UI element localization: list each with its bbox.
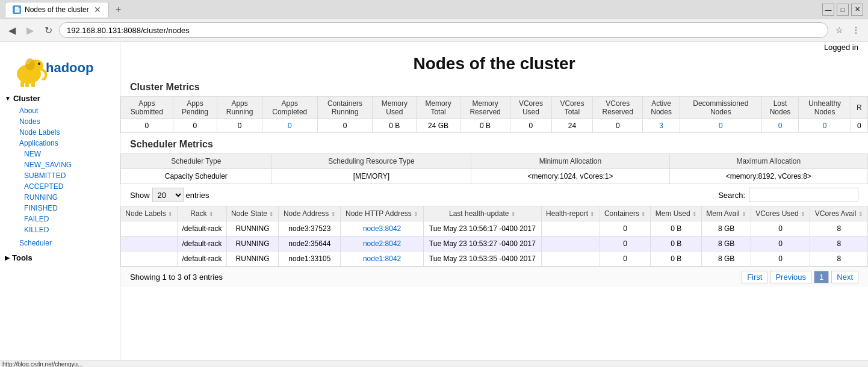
decommissioned-nodes-link[interactable]: 0 bbox=[719, 122, 723, 130]
col-rack[interactable]: Rack ⇕ bbox=[178, 206, 226, 221]
main-content: Logged in Nodes of the cluster Cluster M… bbox=[120, 42, 868, 360]
browser-chrome: 📄 Nodes of the cluster ✕ + — □ ✕ ◀ ▶ ↻ ☆… bbox=[0, 0, 868, 42]
show-label: Show bbox=[130, 191, 150, 200]
tools-label: Tools bbox=[12, 253, 33, 262]
cell-last-update: Tue May 23 10:56:17 -0400 2017 bbox=[424, 221, 542, 236]
sidebar-item-scheduler[interactable]: Scheduler bbox=[5, 238, 120, 248]
cell-containers: 0 bbox=[600, 221, 651, 236]
maximize-button[interactable]: □ bbox=[837, 4, 849, 16]
col-node-labels[interactable]: Node Labels ⇕ bbox=[121, 206, 178, 221]
first-page-btn[interactable]: First bbox=[742, 271, 767, 283]
cell-mem-avail: 8 GB bbox=[702, 236, 751, 251]
cell-node-labels bbox=[121, 251, 178, 267]
active-nodes-link[interactable]: 3 bbox=[659, 122, 663, 130]
scheduler-metrics-title: Scheduler Metrics bbox=[120, 135, 868, 153]
cell-last-update: Tue May 23 10:53:27 -0400 2017 bbox=[424, 236, 542, 251]
back-button[interactable]: ◀ bbox=[5, 23, 19, 37]
sidebar-item-submitted[interactable]: SUBMITTED bbox=[10, 170, 120, 181]
new-tab-button[interactable]: + bbox=[111, 2, 126, 17]
active-tab[interactable]: 📄 Nodes of the cluster ✕ bbox=[5, 2, 109, 17]
sidebar-item-nodes[interactable]: Nodes bbox=[5, 116, 120, 127]
apps-completed-link[interactable]: 0 bbox=[288, 122, 292, 130]
cluster-metrics-table: AppsSubmitted AppsPending AppsRunning Ap… bbox=[120, 96, 868, 133]
search-input[interactable] bbox=[749, 188, 858, 202]
sidebar-item-accepted[interactable]: ACCEPTED bbox=[10, 181, 120, 192]
http-address-link[interactable]: node3:8042 bbox=[363, 224, 401, 233]
col-node-address[interactable]: Node Address ⇕ bbox=[279, 206, 341, 221]
cell-vcores-avail: 8 bbox=[810, 251, 868, 267]
http-address-link[interactable]: node2:8042 bbox=[363, 239, 401, 248]
val-memory-total: 24 GB bbox=[417, 119, 460, 133]
cell-http-address: node3:8042 bbox=[341, 221, 424, 236]
sidebar-item-about[interactable]: About bbox=[5, 105, 120, 116]
col-mem-used[interactable]: Mem Used ⇕ bbox=[651, 206, 702, 221]
sort-arrows-health: ⇕ bbox=[511, 211, 516, 217]
col-node-http-address[interactable]: Node HTTP Address ⇕ bbox=[341, 206, 424, 221]
sidebar-item-new-saving[interactable]: NEW_SAVING bbox=[10, 159, 120, 170]
sidebar-item-failed[interactable]: FAILED bbox=[10, 214, 120, 224]
cell-containers: 0 bbox=[600, 236, 651, 251]
minimize-button[interactable]: — bbox=[822, 4, 834, 16]
tools-header[interactable]: ▶ Tools bbox=[0, 251, 120, 265]
next-page-btn[interactable]: Next bbox=[831, 271, 858, 283]
val-memory-reserved: 0 B bbox=[460, 119, 510, 133]
col-node-state[interactable]: Node State ⇕ bbox=[226, 206, 279, 221]
cell-state: RUNNING bbox=[226, 236, 279, 251]
col-vcores-used[interactable]: VCores Used ⇕ bbox=[751, 206, 810, 221]
cluster-links: About Nodes Node Labels Applications NEW… bbox=[0, 105, 120, 248]
entries-select[interactable]: 10 20 25 50 100 bbox=[152, 188, 184, 202]
col-apps-running: AppsRunning bbox=[217, 97, 262, 119]
toolbar-icons: ☆ ⋮ bbox=[832, 23, 863, 37]
lost-nodes-link[interactable]: 0 bbox=[778, 122, 783, 130]
sidebar-item-new[interactable]: NEW bbox=[10, 149, 120, 159]
cluster-header[interactable]: ▼ Cluster bbox=[0, 91, 120, 105]
cluster-metrics-wrapper: AppsSubmitted AppsPending AppsRunning Ap… bbox=[120, 96, 868, 135]
sidebar-cluster-section: ▼ Cluster About Nodes Node Labels Applic… bbox=[0, 91, 120, 248]
page-1-btn[interactable]: 1 bbox=[814, 271, 829, 283]
tab-close-btn[interactable]: ✕ bbox=[94, 5, 101, 14]
sidebar-item-applications[interactable]: Applications bbox=[5, 138, 120, 149]
sidebar: hadoop ▼ Cluster About Nodes Node Labels… bbox=[0, 42, 120, 360]
col-mem-avail[interactable]: Mem Avail ⇕ bbox=[702, 206, 751, 221]
svg-rect-5 bbox=[25, 81, 29, 87]
menu-button[interactable]: ⋮ bbox=[849, 23, 863, 37]
browser-toolbar: ◀ ▶ ↻ ☆ ⋮ bbox=[0, 19, 868, 41]
sidebar-item-finished[interactable]: FINISHED bbox=[10, 203, 120, 214]
address-bar[interactable] bbox=[59, 22, 828, 38]
page-title-area: Nodes of the cluster bbox=[120, 52, 868, 78]
reload-button[interactable]: ↻ bbox=[41, 23, 55, 37]
window-controls: — □ ✕ bbox=[822, 4, 863, 16]
sched-col-max: Maximum Allocation bbox=[669, 154, 867, 169]
svg-point-2 bbox=[38, 63, 40, 65]
val-active-nodes: 3 bbox=[643, 119, 680, 133]
app-states-list: NEW NEW_SAVING SUBMITTED ACCEPTED RUNNIN… bbox=[5, 149, 120, 235]
sidebar-item-running[interactable]: RUNNING bbox=[10, 192, 120, 203]
cluster-label: Cluster bbox=[13, 94, 40, 103]
sort-arrows-vcores-avail: ⇕ bbox=[858, 211, 863, 217]
status-bar: http://blog.csdn.net/chengyu... bbox=[0, 360, 868, 367]
tools-arrow-icon: ▶ bbox=[5, 254, 10, 261]
forward-button[interactable]: ▶ bbox=[23, 23, 37, 37]
sched-col-resource: Scheduling Resource Type bbox=[271, 154, 471, 169]
svg-rect-4 bbox=[20, 81, 24, 87]
bookmark-star-button[interactable]: ☆ bbox=[832, 23, 846, 37]
sort-arrows-vcores-used: ⇕ bbox=[801, 211, 805, 217]
unhealthy-nodes-link[interactable]: 0 bbox=[823, 122, 827, 130]
col-containers[interactable]: Containers ⇕ bbox=[600, 206, 651, 221]
close-button[interactable]: ✕ bbox=[851, 4, 863, 16]
http-address-link[interactable]: node1:8042 bbox=[363, 254, 401, 263]
sort-arrows-health-report: ⇕ bbox=[590, 211, 595, 217]
sidebar-item-killed[interactable]: KILLED bbox=[10, 224, 120, 235]
cell-http-address: node2:8042 bbox=[341, 236, 424, 251]
pagination: Showing 1 to 3 of 3 entries First Previo… bbox=[120, 267, 868, 287]
col-vcores-avail[interactable]: VCores Avail ⇕ bbox=[810, 206, 868, 221]
col-last-health-update[interactable]: Last health-update ⇕ bbox=[424, 206, 542, 221]
sched-val-type: Capacity Scheduler bbox=[121, 169, 272, 184]
col-active-nodes: ActiveNodes bbox=[643, 97, 680, 119]
search-area: Search: bbox=[718, 188, 858, 202]
col-health-report[interactable]: Health-report ⇕ bbox=[541, 206, 600, 221]
prev-page-btn[interactable]: Previous bbox=[770, 271, 811, 283]
val-apps-completed: 0 bbox=[262, 119, 317, 133]
svg-point-3 bbox=[25, 58, 35, 70]
sidebar-item-node-labels[interactable]: Node Labels bbox=[5, 127, 120, 138]
